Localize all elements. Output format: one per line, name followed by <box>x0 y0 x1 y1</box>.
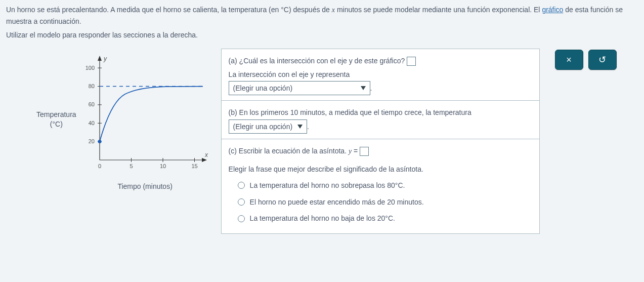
y-axis-label: Temperatura (°C) <box>36 110 76 130</box>
reset-button[interactable]: ↺ <box>588 50 617 70</box>
chart-svg: 20 40 60 80 100 0 5 10 15 <box>79 49 211 180</box>
radio-icon <box>238 215 245 222</box>
close-button[interactable]: × <box>555 50 583 70</box>
svg-text:x: x <box>204 151 208 158</box>
question-c-eq-equals: = <box>354 147 360 155</box>
svg-text:20: 20 <box>88 138 94 144</box>
question-a-text: (a) ¿Cuál es la intersección con el eje … <box>229 57 407 65</box>
close-icon: × <box>566 55 572 65</box>
svg-text:40: 40 <box>88 120 94 126</box>
svg-text:60: 60 <box>88 101 94 107</box>
temperature-trend-dropdown[interactable]: (Elegir una opción) <box>229 119 308 134</box>
intro-text-1: Un horno se está precalentando. A medida… <box>6 6 332 14</box>
y-intercept-meaning-dropdown[interactable]: (Elegir una opción) <box>229 81 370 95</box>
svg-point-22 <box>98 140 101 143</box>
question-b-suffix: . <box>307 123 309 131</box>
svg-text:y: y <box>103 55 107 62</box>
dropdown-label: (Elegir una opción) <box>233 120 293 134</box>
question-c-eq-var: y <box>349 147 352 155</box>
reset-icon: ↺ <box>598 54 606 65</box>
svg-text:10: 10 <box>159 163 165 169</box>
radio-icon <box>238 198 245 206</box>
asymptote-option-2[interactable]: El horno no puede estar encendido más de… <box>238 195 532 209</box>
question-a-line2: La intersección con el eje y representa <box>229 70 350 78</box>
grafico-link[interactable]: gráfico <box>542 6 563 14</box>
chevron-down-icon <box>297 125 303 129</box>
asymptote-value-input[interactable] <box>360 147 369 156</box>
svg-text:5: 5 <box>130 163 133 169</box>
question-a: (a) ¿Cuál es la intersección con el eje … <box>222 49 539 101</box>
radio-icon <box>238 182 245 189</box>
chart-area: Temperatura (°C) 20 <box>36 49 211 190</box>
question-a-suffix: . <box>370 84 372 92</box>
svg-text:15: 15 <box>191 163 197 169</box>
asymptote-option-3[interactable]: La temperatura del horno no baja de los … <box>238 212 532 225</box>
chevron-down-icon <box>361 86 366 90</box>
svg-marker-3 <box>202 158 207 162</box>
intro-text-2: minutos se puede modelar mediante una fu… <box>335 6 542 14</box>
option-label: El horno no puede estar encendido más de… <box>250 195 424 209</box>
question-c: (c) Escribir la ecuación de la asíntota.… <box>222 139 539 233</box>
asymptote-option-1[interactable]: La temperatura del horno no sobrepasa lo… <box>238 179 532 192</box>
svg-text:100: 100 <box>85 65 94 71</box>
x-axis-label: Tiempo (minutos) <box>79 182 211 190</box>
question-b: (b) En los primeros 10 minutos, a medida… <box>222 101 539 139</box>
questions-panel: (a) ¿Cuál es la intersección con el eje … <box>221 49 540 234</box>
option-label: La temperatura del horno no sobrepasa lo… <box>250 179 405 192</box>
question-c-eq-pre: (c) Escribir la ecuación de la asíntota. <box>229 147 349 155</box>
option-label: La temperatura del horno no baja de los … <box>250 212 395 225</box>
problem-intro: Un horno se está precalentando. A medida… <box>6 4 638 27</box>
question-c-prompt: Elegir la frase que mejor describe el si… <box>229 163 532 176</box>
svg-marker-1 <box>98 56 102 61</box>
dropdown-label: (Elegir una opción) <box>233 82 293 95</box>
action-buttons: × ↺ <box>555 50 617 70</box>
question-b-text: (b) En los primeros 10 minutos, a medida… <box>229 108 471 116</box>
problem-instruction: Utilizar el modelo para responder las se… <box>6 29 638 41</box>
y-intercept-input[interactable] <box>407 57 416 66</box>
svg-text:80: 80 <box>88 83 94 89</box>
svg-text:0: 0 <box>98 163 101 169</box>
